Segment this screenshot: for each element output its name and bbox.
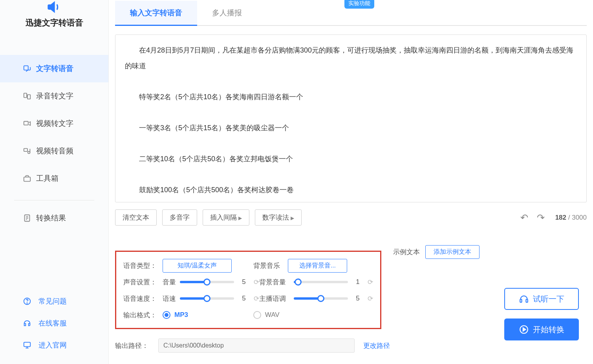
nav-label: 录音转文字 [36, 91, 73, 101]
sample-text-label: 示例文本 [393, 248, 420, 257]
brand: 迅捷文字转语音 [0, 0, 108, 39]
nav-divider [14, 200, 94, 200]
speed-slider[interactable] [180, 297, 234, 300]
monitor-icon [23, 341, 38, 349]
svg-rect-4 [24, 149, 27, 151]
editor-line: 特等奖2名（5个店共10名）各奖海南四日游名额一个 [125, 89, 577, 105]
nav-video-to-audio[interactable]: 视频转音频 [0, 137, 108, 165]
question-icon [23, 297, 38, 306]
tts-icon [23, 64, 36, 73]
tab-bar: 输入文字转语音 多人播报 实验功能 [115, 0, 587, 26]
volume-reset-icon[interactable]: ⟳ [254, 278, 259, 286]
pitch-reset-icon[interactable]: ⟳ [368, 295, 373, 303]
start-convert-button[interactable]: 开始转换 [504, 318, 579, 340]
toolbox-icon [23, 174, 36, 183]
clear-text-button[interactable]: 清空文本 [115, 209, 157, 226]
svg-rect-3 [24, 122, 28, 125]
editor-line [125, 74, 577, 89]
editor-line [125, 136, 577, 152]
change-path-link[interactable]: 更改路径 [363, 341, 390, 350]
bgm-volume-label: 背景音量 [259, 278, 294, 287]
video-to-audio-icon [23, 147, 36, 155]
format-wav-radio[interactable]: WAV [253, 311, 280, 319]
bgm-label: 背景音乐 [253, 261, 288, 270]
results-icon [23, 214, 36, 222]
footer-website[interactable]: 进入官网 [0, 334, 108, 356]
footer-label: 进入官网 [38, 340, 67, 350]
dropdown-triangle-icon: ▶ [238, 215, 242, 221]
editor-line [125, 105, 577, 120]
nav-label: 视频转音频 [36, 146, 73, 156]
headphones-icon [519, 294, 529, 304]
preview-button[interactable]: 试听一下 [504, 288, 579, 310]
volume-label: 音量 [163, 278, 180, 287]
svg-rect-12 [526, 299, 527, 302]
pitch-slider[interactable] [294, 297, 348, 300]
pitch-value: 5 [353, 295, 363, 302]
volume-value: 5 [239, 278, 249, 286]
editor-line: 鼓励奖100名（5个店共500名）各奖柯达胶卷一卷 [125, 182, 577, 198]
speed-value: 5 [239, 295, 249, 302]
editor-line: 二等奖10名（5个店共50名）各奖立邦电饭煲一个 [125, 151, 577, 167]
tab-multi-broadcast[interactable]: 多人播报 [197, 1, 257, 25]
editor-line: 一等奖3名（5个店共15名）各奖美的吸尘器一个 [125, 120, 577, 136]
svg-rect-0 [24, 66, 28, 70]
editor-line [125, 167, 577, 183]
output-path-label: 输出路径： [115, 341, 153, 350]
bgm-select-button[interactable]: 选择背景音... [288, 259, 347, 273]
undo-button[interactable]: ↶ [518, 212, 530, 223]
nav-video-to-text[interactable]: 视频转文字 [0, 110, 108, 137]
footer-support[interactable]: 在线客服 [0, 312, 108, 334]
nav-label: 文字转语音 [36, 64, 73, 74]
brand-title: 迅捷文字转语音 [26, 17, 83, 28]
dropdown-triangle-icon: ▶ [291, 215, 294, 221]
nav-audio-to-text[interactable]: 录音转文字 [0, 82, 108, 110]
nav-label: 工具箱 [36, 173, 59, 184]
speed-label: 语音速度： [123, 294, 163, 303]
editor-line: 在4月28日到5月7日期间，凡在某超市各分店购物满300元的顾客，可进行现场抽奖… [125, 43, 577, 74]
pitch-label: 主播语调 [259, 294, 294, 303]
video-to-text-icon [23, 119, 36, 128]
char-counter: 182 / 3000 [555, 214, 587, 222]
voice-settings-panel: 语音类型： 知琪/温柔女声 背景音乐 选择背景音... 声音设置： 音量 [115, 251, 381, 329]
number-reading-button[interactable]: 数字读法▶ [255, 209, 302, 226]
voice-select-button[interactable]: 知琪/温柔女声 [163, 259, 232, 273]
output-path-input[interactable] [158, 339, 355, 353]
svg-rect-6 [24, 177, 31, 181]
volume-slider[interactable] [180, 281, 234, 283]
svg-rect-10 [24, 342, 31, 347]
nav-results[interactable]: 转换结果 [0, 204, 108, 232]
text-editor[interactable]: 在4月28日到5月7日期间，凡在某超市各分店购物满300元的顾客，可进行现场抽奖… [115, 35, 587, 202]
play-circle-icon [519, 324, 529, 335]
experimental-badge: 实验功能 [344, 0, 374, 9]
nav-label: 转换结果 [36, 213, 66, 223]
svg-point-9 [27, 303, 27, 303]
tab-input-tts[interactable]: 输入文字转语音 [115, 1, 197, 25]
footer-faq[interactable]: 常见问题 [0, 290, 108, 312]
speed-sub-label: 语速 [163, 294, 180, 303]
svg-rect-2 [27, 95, 30, 99]
svg-rect-11 [520, 299, 522, 302]
bgm-volume-slider[interactable] [294, 281, 348, 283]
nav-toolbox[interactable]: 工具箱 [0, 165, 108, 192]
footer-label: 在线客服 [38, 318, 67, 328]
svg-rect-1 [24, 93, 27, 98]
bgm-volume-value: 1 [353, 278, 363, 286]
polyphone-button[interactable]: 多音字 [162, 209, 197, 226]
brand-logo-icon [46, 0, 62, 18]
headset-icon [23, 319, 38, 328]
sound-settings-label: 声音设置： [123, 278, 163, 287]
bgm-volume-reset-icon[interactable]: ⟳ [368, 278, 373, 286]
audio-to-text-icon [23, 92, 36, 100]
format-mp3-radio[interactable]: MP3 [163, 311, 188, 319]
nav-label: 视频转文字 [36, 118, 73, 129]
voice-type-label: 语音类型： [123, 261, 163, 270]
insert-pause-button[interactable]: 插入间隔▶ [203, 209, 249, 226]
format-label: 输出格式： [123, 311, 163, 320]
speed-reset-icon[interactable]: ⟳ [254, 295, 259, 303]
redo-button[interactable]: ↷ [535, 212, 547, 223]
add-sample-text-button[interactable]: 添加示例文本 [425, 245, 480, 259]
footer-label: 常见问题 [38, 297, 67, 306]
nav-text-to-speech[interactable]: 文字转语音 [0, 55, 108, 82]
